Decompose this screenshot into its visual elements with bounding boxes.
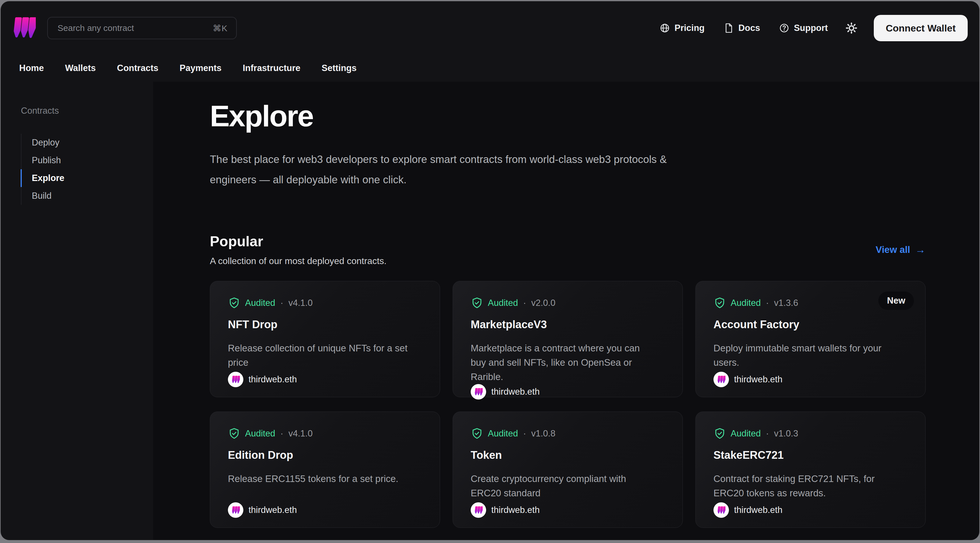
view-all-label: View all — [876, 244, 910, 255]
publisher-row[interactable]: thirdweb.eth — [471, 384, 665, 400]
contract-card-account-factory[interactable]: New Audited · v1.3.6 Account Factory Dep… — [695, 281, 926, 397]
contract-card-marketplacev3[interactable]: Audited · v2.0.0 MarketplaceV3 Marketpla… — [453, 281, 683, 397]
new-badge: New — [878, 291, 914, 310]
globe-icon — [660, 23, 670, 33]
contract-title: MarketplaceV3 — [471, 318, 665, 331]
thirdweb-avatar — [471, 384, 486, 400]
tab-infrastructure[interactable]: Infrastructure — [243, 63, 301, 73]
shield-check-icon — [228, 427, 240, 440]
keyboard-shortcut-hint: ⌘K — [213, 23, 228, 33]
support-label: Support — [794, 23, 828, 33]
separator-dot: · — [766, 298, 769, 308]
contract-title: StakeERC721 — [713, 449, 908, 461]
main-content: Explore The best place for web3 develope… — [153, 82, 979, 540]
thirdweb-avatar — [713, 502, 729, 518]
contract-version: v1.0.3 — [774, 428, 798, 439]
sidebar-item-explore[interactable]: Explore — [21, 169, 153, 187]
contract-version: v4.1.0 — [288, 298, 312, 308]
separator-dot: · — [766, 428, 769, 439]
contract-version: v1.0.8 — [531, 428, 555, 439]
separator-dot: · — [523, 298, 526, 308]
page-subtitle: The best place for web3 developers to ex… — [210, 149, 697, 190]
sidebar-item-build[interactable]: Build — [21, 187, 153, 205]
shield-check-icon — [471, 427, 483, 440]
publisher-name: thirdweb.eth — [734, 374, 783, 385]
sidebar: Contracts Deploy Publish Explore Build — [1, 82, 153, 540]
contract-title: Token — [471, 449, 665, 461]
contract-version: v4.1.0 — [288, 428, 312, 439]
contract-description: Deploy immutable smart wallets for your … — [713, 341, 897, 370]
thirdweb-avatar — [471, 502, 486, 518]
tab-payments[interactable]: Payments — [180, 63, 221, 73]
pricing-label: Pricing — [675, 23, 705, 33]
contract-description: Release collection of unique NFTs for a … — [228, 341, 411, 370]
sidebar-section-title: Contracts — [21, 106, 153, 116]
theme-toggle-button[interactable] — [845, 22, 858, 34]
sidebar-nav: Deploy Publish Explore Build — [21, 134, 153, 205]
sun-icon — [845, 22, 858, 34]
search-input[interactable] — [57, 23, 213, 33]
separator-dot: · — [280, 428, 283, 439]
page-title: Explore — [210, 99, 926, 133]
thirdweb-avatar — [228, 502, 243, 518]
audited-badge: Audited — [731, 298, 761, 308]
support-link[interactable]: Support — [779, 23, 828, 33]
publisher-name: thirdweb.eth — [491, 505, 540, 515]
audited-badge: Audited — [245, 298, 275, 308]
docs-label: Docs — [738, 23, 760, 33]
separator-dot: · — [523, 428, 526, 439]
popular-heading: Popular — [210, 233, 387, 250]
connect-wallet-button[interactable]: Connect Wallet — [874, 15, 968, 41]
thirdweb-logo-icon[interactable] — [12, 14, 36, 42]
thirdweb-avatar — [713, 372, 729, 387]
shield-check-icon — [713, 297, 726, 309]
publisher-row[interactable]: thirdweb.eth — [228, 502, 422, 518]
popular-description: A collection of our most deployed contra… — [210, 255, 387, 267]
header: ⌘K Pricing Docs — [1, 2, 979, 55]
contract-card-nft-drop[interactable]: Audited · v4.1.0 NFT Drop Release collec… — [210, 281, 440, 397]
contract-card-token[interactable]: Audited · v1.0.8 Token Create cryptocurr… — [453, 412, 683, 528]
contract-search[interactable]: ⌘K — [47, 17, 237, 39]
audited-badge: Audited — [488, 428, 518, 439]
pricing-link[interactable]: Pricing — [660, 23, 705, 33]
contract-title: NFT Drop — [228, 318, 422, 331]
contract-description: Release ERC1155 tokens for a set price. — [228, 472, 411, 486]
publisher-row[interactable]: thirdweb.eth — [713, 502, 908, 518]
contracts-grid: Audited · v4.1.0 NFT Drop Release collec… — [210, 281, 926, 528]
contract-title: Edition Drop — [228, 449, 422, 461]
tab-contracts[interactable]: Contracts — [117, 63, 159, 73]
contract-version: v1.3.6 — [774, 298, 798, 308]
sidebar-item-publish[interactable]: Publish — [21, 151, 153, 169]
publisher-name: thirdweb.eth — [491, 387, 540, 397]
publisher-row[interactable]: thirdweb.eth — [471, 502, 665, 518]
app-window: ⌘K Pricing Docs — [1, 1, 979, 540]
audited-badge: Audited — [731, 428, 761, 439]
publisher-row[interactable]: thirdweb.eth — [713, 372, 908, 387]
shield-check-icon — [471, 297, 483, 309]
tab-home[interactable]: Home — [19, 63, 44, 73]
contract-card-edition-drop[interactable]: Audited · v4.1.0 Edition Drop Release ER… — [210, 412, 440, 528]
publisher-row[interactable]: thirdweb.eth — [228, 372, 422, 387]
publisher-name: thirdweb.eth — [734, 505, 783, 515]
contract-description: Contract for staking ERC721 NFTs, for ER… — [713, 472, 897, 500]
tab-wallets[interactable]: Wallets — [65, 63, 95, 73]
docs-link[interactable]: Docs — [724, 23, 760, 33]
popular-section-header: Popular A collection of our most deploye… — [210, 233, 926, 267]
thirdweb-avatar — [228, 372, 243, 387]
contract-version: v2.0.0 — [531, 298, 555, 308]
separator-dot: · — [280, 298, 283, 308]
tab-settings[interactable]: Settings — [321, 63, 356, 73]
shield-check-icon — [228, 297, 240, 309]
header-links: Pricing Docs Support — [660, 23, 828, 33]
audited-badge: Audited — [488, 298, 518, 308]
publisher-name: thirdweb.eth — [248, 505, 297, 515]
contract-title: Account Factory — [713, 318, 908, 331]
contract-card-stakeerc721[interactable]: Audited · v1.0.3 StakeERC721 Contract fo… — [695, 412, 926, 528]
shield-check-icon — [713, 427, 726, 440]
sidebar-item-deploy[interactable]: Deploy — [21, 134, 153, 151]
audited-badge: Audited — [245, 428, 275, 439]
document-icon — [724, 23, 734, 33]
publisher-name: thirdweb.eth — [248, 374, 297, 385]
contract-description: Marketplace is a contract where you can … — [471, 341, 654, 384]
view-all-link[interactable]: View all → — [876, 244, 926, 256]
